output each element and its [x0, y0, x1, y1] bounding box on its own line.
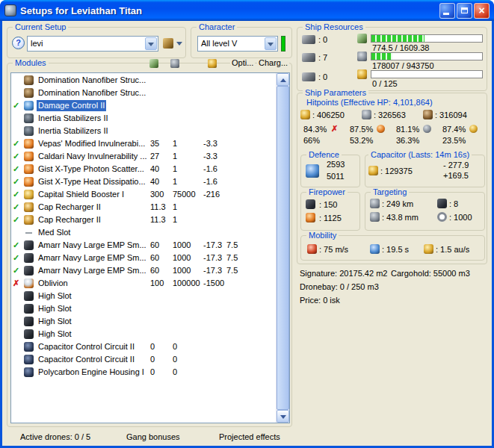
module-row[interactable]: ✗Oblivion100100000-1500: [11, 277, 277, 290]
warp-speed-value: : 1.5 au/s: [436, 245, 469, 254]
module-row[interactable]: Med Slot: [11, 226, 277, 239]
optimal-column-header: Opti...: [230, 58, 255, 68]
character-combo[interactable]: All level V: [197, 36, 278, 52]
turret-hardpoints-value: : 0: [318, 35, 327, 44]
module-row[interactable]: Polycarbon Engine Housing I00: [11, 366, 277, 379]
projected-effects-panel[interactable]: Projected effects: [219, 432, 280, 441]
thermal-damage-icon: [377, 125, 385, 133]
scroll-up-icon[interactable]: [277, 73, 289, 86]
highslot-icon: [24, 317, 34, 326]
powergrid-bar-fill: [371, 53, 392, 60]
armor-hp-value: : 326563: [374, 111, 406, 119]
shield-hp-value: : 406250: [312, 111, 345, 119]
fitted-check-icon: ✓: [13, 265, 22, 276]
modules-title: Modules: [13, 58, 49, 68]
module-row[interactable]: High Slot: [11, 315, 277, 328]
module-row[interactable]: ✓Capital Shield Booster I30075000-216: [11, 188, 277, 201]
calibration-icon: [357, 69, 367, 79]
help-icon[interactable]: [12, 37, 25, 49]
chevron-down-icon: [176, 42, 182, 49]
launcher-hardpoints-value: : 7: [318, 53, 327, 62]
missile-icon: [24, 279, 34, 288]
module-value: 60: [150, 265, 159, 276]
fitted-check-icon: ✓: [13, 202, 22, 213]
module-name: Caldari Navy Invulnerability ...: [37, 151, 149, 162]
module-row[interactable]: ✓Gist X-Type Photon Scatter...401-1.6: [11, 163, 277, 175]
module-name: Cap Recharger II: [37, 202, 102, 213]
module-row[interactable]: ✓Damage Control II: [11, 99, 277, 112]
module-row[interactable]: ✓Cap Recharger II11.31: [11, 201, 277, 214]
mobility-box: Mobility : 75 m/s : 19.5 s : 1.5 au/s: [300, 235, 485, 261]
module-name: Gist X-Type Heat Dissipatio...: [37, 176, 147, 187]
module-name: High Slot: [37, 329, 73, 340]
active-drones-panel[interactable]: Active drones: 0 / 5: [20, 432, 90, 441]
defence-icon: [306, 164, 319, 178]
hardener-icon: [24, 177, 34, 187]
module-row[interactable]: Capacitor Control Circuit II00: [11, 353, 277, 366]
armor-resist-value: 36.3%: [396, 136, 419, 145]
module-row[interactable]: ✓Amarr Navy Large EMP Sm...601000-17.37.…: [11, 252, 277, 264]
character-combo-dropdown[interactable]: [265, 37, 277, 50]
turret-icon: [24, 240, 34, 250]
title-bar[interactable]: Setups for Leviathan Titan: [0, 0, 494, 21]
maximize-button[interactable]: [457, 3, 472, 19]
module-name: Amarr Navy Large EMP Sm...: [37, 265, 148, 276]
module-value: -1.6: [203, 164, 217, 175]
armor-resist-value: 53.2%: [350, 136, 373, 145]
module-value: 40: [150, 164, 159, 175]
scan-resolution-icon: [370, 212, 380, 222]
module-value: -3.3: [203, 138, 217, 149]
setup-combo[interactable]: levi: [27, 36, 158, 52]
module-row[interactable]: Inertia Stabilizers II: [11, 112, 277, 125]
module-row[interactable]: ✓Vepas' Modified Invulnerabi...351-3.3: [11, 137, 277, 150]
max-targets-icon: [437, 199, 447, 208]
shield-resist-value: 84.3%: [303, 125, 327, 134]
max-velocity-icon: [307, 244, 317, 254]
close-button[interactable]: [474, 3, 490, 19]
module-name: Capital Shield Booster I: [37, 189, 126, 200]
module-row[interactable]: High Slot: [11, 328, 277, 340]
module-row[interactable]: High Slot: [11, 290, 277, 302]
maximize-icon: [461, 7, 468, 13]
module-value: 300: [150, 189, 164, 200]
module-name: Oblivion: [37, 278, 70, 289]
module-row[interactable]: Inertia Stabilizers II: [11, 125, 277, 137]
module-row[interactable]: Domination Nanofiber Struc...: [11, 87, 277, 99]
hardener-icon: [24, 139, 34, 149]
module-row[interactable]: Capacitor Control Circuit II00: [11, 340, 277, 353]
shield-resist-value: 87.4%: [442, 125, 466, 134]
gang-bonuses-panel[interactable]: Gang bonuses: [126, 432, 180, 441]
modules-scrollbar[interactable]: [276, 73, 289, 423]
module-name: Inertia Stabilizers II: [37, 113, 110, 124]
sensor-strength-value: : 1000: [449, 213, 472, 222]
setup-combo-dropdown[interactable]: [145, 37, 157, 50]
module-row[interactable]: ✓Amarr Navy Large EMP Sm...601000-17.37.…: [11, 239, 277, 252]
structure-hp-value: : 316094: [435, 111, 467, 119]
capacitor-amount: : 129375: [380, 167, 413, 175]
scroll-thumb[interactable]: [277, 86, 289, 410]
scan-resolution-value: : 43.8 mm: [382, 213, 419, 222]
max-velocity-value: : 75 m/s: [319, 245, 348, 254]
module-row[interactable]: Domination Nanofiber Struc...: [11, 74, 277, 87]
module-row[interactable]: ✓Gist X-Type Heat Dissipatio...401-1.6: [11, 175, 277, 188]
scroll-down-icon[interactable]: [277, 410, 289, 423]
nanofiber-icon: [24, 88, 34, 98]
module-row[interactable]: ✓Amarr Navy Large EMP Sm...601000-17.37.…: [11, 264, 277, 277]
module-row[interactable]: High Slot: [11, 302, 277, 315]
rig-icon: [24, 355, 34, 364]
fitted-check-icon: ✓: [13, 214, 22, 225]
module-row[interactable]: ✓Caldari Navy Invulnerability ...271-3.3: [11, 150, 277, 163]
highslot-icon: [24, 329, 34, 339]
structure-icon: [423, 110, 433, 119]
kinetic-damage-icon: [423, 125, 431, 133]
minimize-button[interactable]: [439, 3, 455, 19]
max-targets-value: : 8: [449, 199, 458, 208]
module-value: 0: [173, 341, 177, 352]
modules-group: Modules Opti... Charg... Domination Nano…: [7, 63, 292, 427]
module-row[interactable]: ✓Cap Recharger II11.31: [11, 214, 277, 226]
dronebay-value: Dronebay: 0 / 250 m3: [300, 282, 379, 291]
setup-tools-button[interactable]: [163, 37, 185, 51]
inertia-icon: [24, 113, 34, 123]
setup-combo-value: levi: [31, 39, 43, 48]
fitted-check-icon: ✓: [13, 100, 22, 111]
